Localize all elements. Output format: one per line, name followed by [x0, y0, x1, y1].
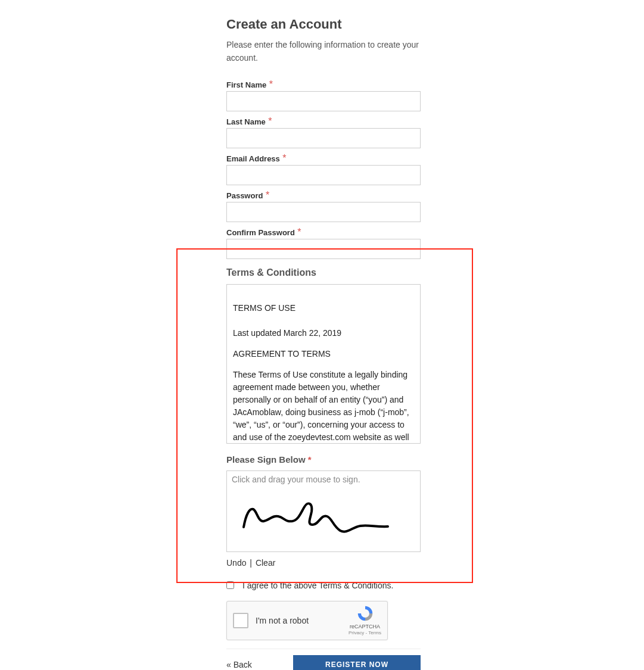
field-first-name: First Name * — [226, 79, 421, 111]
recaptcha-branding: reCAPTCHA Privacy - Terms — [349, 605, 381, 635]
required-marker: * — [308, 454, 312, 465]
agree-label: I agree to the above Terms & Conditions. — [242, 581, 393, 590]
first-name-label: First Name — [226, 80, 266, 89]
recaptcha-brand: reCAPTCHA — [349, 624, 381, 630]
clear-link[interactable]: Clear — [256, 558, 275, 568]
first-name-input[interactable] — [226, 91, 421, 111]
agree-checkbox[interactable] — [226, 581, 234, 589]
terms-body: These Terms of Use constitute a legally … — [233, 369, 414, 444]
terms-line2: Last updated March 22, 2019 — [233, 328, 341, 338]
confirm-password-input[interactable] — [226, 239, 421, 259]
email-label: Email Address — [226, 154, 280, 163]
field-confirm-password: Confirm Password * — [226, 227, 421, 259]
recaptcha-label: I'm not a robot — [256, 616, 309, 625]
required-marker: * — [268, 116, 272, 126]
agree-row: I agree to the above Terms & Conditions. — [226, 581, 421, 590]
signature-hint: Click and drag your mouse to sign. — [232, 475, 360, 484]
required-marker: * — [269, 79, 273, 89]
last-name-input[interactable] — [226, 128, 421, 148]
field-password: Password * — [226, 190, 421, 222]
terms-line3: AGREEMENT TO TERMS — [233, 348, 414, 360]
page-subtitle: Please enter the following information t… — [226, 38, 421, 65]
signature-stroke-icon — [239, 501, 400, 537]
recaptcha-widget: I'm not a robot reCAPTCHA Privacy - Term… — [226, 601, 388, 640]
page-title: Create an Account — [226, 17, 421, 32]
terms-textarea[interactable]: TERMS OF USE Last updated March 22, 2019… — [226, 284, 421, 444]
required-marker: * — [297, 227, 301, 237]
register-button[interactable]: REGISTER NOW — [293, 655, 421, 670]
confirm-password-label: Confirm Password — [226, 228, 295, 237]
separator: | — [250, 558, 252, 568]
required-marker: * — [266, 190, 269, 200]
last-name-label: Last Name — [226, 117, 266, 126]
terms-line1: TERMS OF USE — [233, 303, 295, 313]
form-footer: « Back REGISTER NOW — [226, 649, 421, 670]
undo-link[interactable]: Undo — [226, 558, 246, 568]
create-account-form: Create an Account Please enter the follo… — [226, 0, 421, 670]
required-marker: * — [282, 153, 286, 163]
signature-pad[interactable]: Click and drag your mouse to sign. — [226, 470, 421, 552]
signature-actions: Undo | Clear — [226, 558, 421, 568]
terms-section-title: Terms & Conditions — [226, 267, 421, 278]
password-input[interactable] — [226, 202, 421, 222]
signature-title: Please Sign Below * — [226, 454, 421, 465]
password-label: Password — [226, 191, 263, 200]
recaptcha-icon — [356, 605, 374, 622]
back-link[interactable]: « Back — [226, 660, 252, 669]
recaptcha-legal[interactable]: Privacy - Terms — [349, 630, 381, 635]
recaptcha-checkbox[interactable] — [233, 613, 248, 628]
field-last-name: Last Name * — [226, 116, 421, 148]
email-input[interactable] — [226, 165, 421, 185]
field-email: Email Address * — [226, 153, 421, 185]
